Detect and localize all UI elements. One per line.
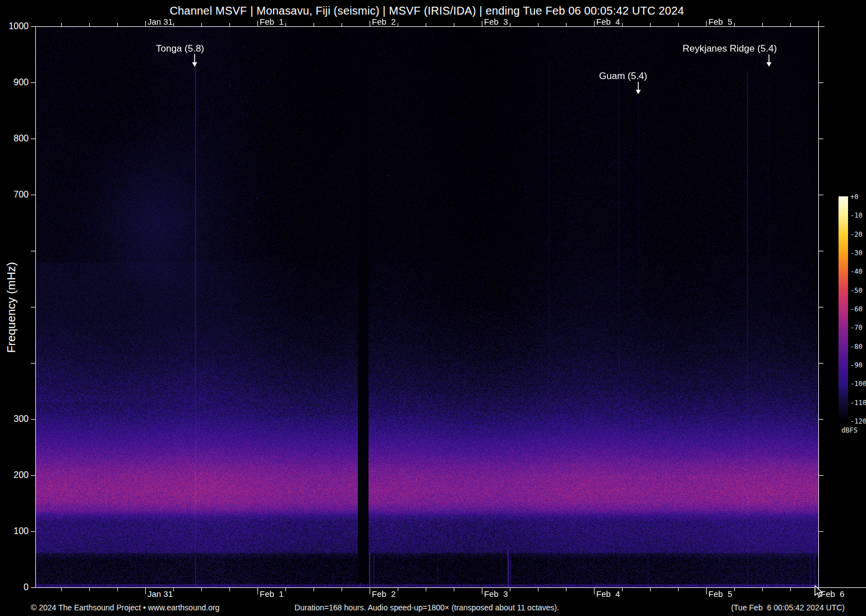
colorbar-tick-label: -30 xyxy=(850,250,863,256)
x-axis-minor-tick xyxy=(398,588,398,591)
down-arrow-icon xyxy=(765,54,773,68)
y-axis-tick xyxy=(31,531,35,532)
footer-duration: Duration=168 hours. Audio speed-up=1800×… xyxy=(35,604,818,612)
x-axis-date-label-top: Feb 4 xyxy=(596,17,620,26)
x-axis-minor-tick xyxy=(426,588,426,591)
x-axis-minor-tick xyxy=(173,588,174,591)
y-axis-tick xyxy=(31,139,35,139)
x-axis-date-label-bottom: Jan 31 xyxy=(148,590,173,598)
y-axis-tick xyxy=(819,363,823,364)
x-axis-minor-tick xyxy=(650,23,651,26)
x-axis-minor-tick xyxy=(538,588,538,591)
x-axis-date-label-top: Jan 31 xyxy=(148,17,173,26)
x-axis-minor-tick xyxy=(762,588,763,591)
y-axis-tick-label: 1000 xyxy=(1,22,29,31)
y-axis-tick xyxy=(819,251,823,251)
x-axis-date-label-bottom: Feb 5 xyxy=(708,590,733,598)
x-axis-minor-tick xyxy=(454,23,454,26)
x-axis-minor-tick xyxy=(622,588,623,591)
colorbar-unit-label: dBFS xyxy=(841,427,858,434)
y-axis-tick-label: 300 xyxy=(1,415,29,424)
x-axis-major-tick xyxy=(818,21,819,26)
spectrogram-page: Channel MSVF | Monasavu, Fiji (seismic) … xyxy=(0,0,866,616)
y-axis-right-line xyxy=(818,26,819,598)
x-axis-major-tick xyxy=(257,21,258,26)
x-axis-date-label-top: Feb 5 xyxy=(708,17,733,26)
x-axis-minor-tick xyxy=(117,23,118,26)
x-axis-minor-tick xyxy=(61,588,62,591)
colorbar-tick-label: -80 xyxy=(850,343,863,350)
colorbar-tick-label: -60 xyxy=(850,306,863,312)
x-axis-date-label-bottom: Feb 3 xyxy=(484,590,508,598)
mouse-cursor-icon xyxy=(814,585,826,600)
x-axis-minor-tick xyxy=(285,23,286,26)
x-axis-minor-tick xyxy=(650,588,651,591)
event-annotation-label: Reykjanes Ridge (5.4) xyxy=(683,44,777,54)
x-axis-bottom-line xyxy=(31,587,866,588)
x-axis-minor-tick xyxy=(201,588,202,591)
x-axis-minor-tick xyxy=(566,23,566,26)
y-axis-tick xyxy=(819,26,823,27)
x-axis-minor-tick xyxy=(734,588,735,591)
colorbar-tick-label: -90 xyxy=(850,362,863,369)
x-axis-major-tick xyxy=(594,21,595,26)
y-axis-tick xyxy=(31,587,35,588)
y-axis-tick xyxy=(31,195,35,195)
y-axis-tick-label: 0 xyxy=(1,583,29,592)
x-axis-minor-tick xyxy=(117,588,118,591)
y-axis-tick-label: 700 xyxy=(1,190,29,199)
x-axis-minor-tick xyxy=(566,588,566,591)
x-axis-minor-tick xyxy=(342,588,342,591)
x-axis-minor-tick xyxy=(678,588,679,591)
x-axis-minor-tick xyxy=(762,23,763,26)
x-axis-minor-tick xyxy=(89,23,90,26)
y-axis-title: Frequency (mHz) xyxy=(4,262,18,353)
x-axis-date-label-top: Feb 1 xyxy=(260,17,284,26)
y-axis-tick-label: 900 xyxy=(1,78,29,87)
down-arrow-icon xyxy=(634,82,642,95)
y-axis-tick-label: 100 xyxy=(1,527,29,536)
colorbar-tick-label: -120 xyxy=(850,418,866,425)
colorbar-tick-label: -70 xyxy=(850,324,863,331)
y-axis-tick xyxy=(31,419,35,420)
x-axis-minor-tick xyxy=(229,588,230,591)
x-axis-minor-tick xyxy=(510,23,510,26)
x-axis-major-tick xyxy=(370,588,370,594)
x-axis-minor-tick xyxy=(314,588,314,591)
x-axis-major-tick xyxy=(257,588,258,594)
event-annotation-label: Tonga (5.8) xyxy=(156,44,204,54)
x-axis-minor-tick xyxy=(201,23,202,26)
x-axis-date-label-top: Feb 3 xyxy=(484,17,508,26)
y-axis-tick xyxy=(31,307,35,307)
footer-timestamp: (Tue Feb 6 00:05:42 2024 UTC) xyxy=(731,604,845,612)
down-arrow-icon xyxy=(191,54,199,68)
x-axis-minor-tick xyxy=(285,588,286,591)
page-title: Channel MSVF | Monasavu, Fiji (seismic) … xyxy=(35,4,818,17)
y-axis-tick xyxy=(31,251,35,251)
x-axis-date-label-top: Feb 2 xyxy=(372,17,396,26)
x-axis-minor-tick xyxy=(89,588,90,591)
y-axis-tick xyxy=(31,26,35,27)
colorbar-tick-label: -20 xyxy=(850,231,863,238)
y-axis-tick xyxy=(819,531,823,532)
colorbar-tick-label: -40 xyxy=(850,268,863,275)
spectrogram-canvas xyxy=(35,26,818,587)
x-axis-minor-tick xyxy=(426,23,426,26)
x-axis-minor-tick xyxy=(510,588,510,591)
x-axis-minor-tick xyxy=(229,23,230,26)
x-axis-major-tick xyxy=(145,588,146,594)
colorbar-tick-label: -50 xyxy=(850,287,863,294)
colorbar xyxy=(839,196,848,421)
x-axis-minor-tick xyxy=(398,23,398,26)
y-axis-tick xyxy=(819,82,823,83)
x-axis-minor-tick xyxy=(734,23,735,26)
y-axis-left-line xyxy=(35,26,36,587)
x-axis-minor-tick xyxy=(173,23,174,26)
y-axis-tick-label: 800 xyxy=(1,134,29,143)
x-axis-date-label-bottom: Feb 4 xyxy=(596,590,620,598)
x-axis-minor-tick xyxy=(538,23,538,26)
y-axis-tick xyxy=(31,475,35,476)
x-axis-major-tick xyxy=(706,21,707,26)
y-axis-tick xyxy=(819,139,823,139)
x-axis-minor-tick xyxy=(622,23,623,26)
